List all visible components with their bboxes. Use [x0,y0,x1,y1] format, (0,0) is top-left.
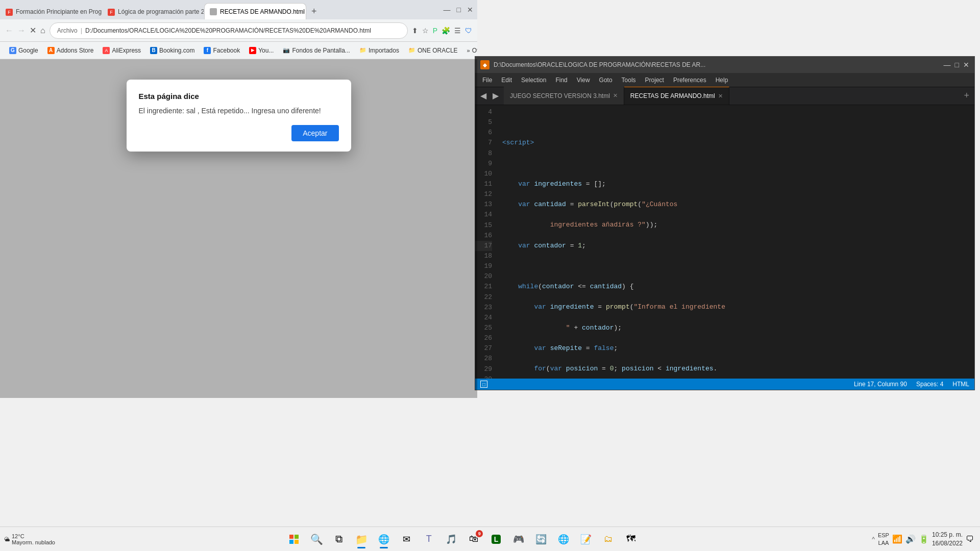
puzzle-icon[interactable]: 🧩 [442,27,450,35]
code-line-12b: " + contador); [502,323,970,333]
clock-time: 10:25 p. m. [932,531,963,539]
browser-minimize-btn[interactable]: — [444,6,451,14]
editor-tab1-close[interactable]: ✕ [613,92,618,99]
task-view-button[interactable]: ⧉ [329,529,349,549]
browser-close-btn[interactable]: ✕ [467,6,473,14]
bookmark-oracle[interactable]: 📁 ONE ORACLE [404,45,462,56]
chrome-button[interactable]: 🌐 [553,529,574,549]
teams-button[interactable]: T [419,529,439,549]
menu-view[interactable]: View [573,75,594,85]
bookmark-booking-label: Booking.com [159,47,194,54]
booking-favicon: B [150,47,157,54]
weather-widget[interactable]: 🌥 12°C Mayorm. nublado [0,533,59,545]
back-button[interactable]: ← [5,26,13,35]
launcher-button[interactable]: L [486,529,506,549]
language-code: ESP [878,532,889,539]
editor-tab-2[interactable]: RECETAS DE ARMANDO.html ✕ [624,87,729,105]
file-explorer-button[interactable]: 📁 [351,529,372,549]
xbox-button[interactable]: 🎮 [508,529,529,549]
volume-icon[interactable]: 🔊 [905,534,916,544]
menu-preferences[interactable]: Preferences [669,75,710,85]
alert-actions: Aceptar [139,125,339,141]
google-favicon: G [9,47,16,54]
notification-icon[interactable]: 🗨 [966,535,974,544]
reload-button[interactable]: ✕ [30,26,36,35]
browser-taskbar-button[interactable]: 🌐 [374,529,394,549]
bookmark-booking[interactable]: B Booking.com [146,45,199,56]
svg-rect-1 [295,535,299,539]
show-hidden-icons[interactable]: ^ [872,536,875,543]
editor-tab2-close[interactable]: ✕ [718,93,723,99]
forward-button[interactable]: → [17,26,26,35]
browser-tab-3[interactable]: RECETAS DE ARMANDO.html ✕ [204,3,306,19]
shield-icon[interactable]: 🛡 [465,27,472,35]
bookmark-aliexpress-label: AliExpress [112,47,141,54]
sync-button[interactable]: 🔄 [531,529,551,549]
menu-goto[interactable]: Goto [595,75,617,85]
browser-tab-1[interactable]: F Formación Principiante en Progr... ✕ [0,3,102,19]
menu-file[interactable]: File [478,75,496,85]
bookmark-facebook[interactable]: f Facebook [200,45,244,56]
media-button[interactable]: 🎵 [441,529,461,549]
new-tab-button[interactable]: + [306,3,322,19]
editor-tab-add[interactable]: + [959,87,974,105]
panel-arrow-right[interactable]: ▶ [489,91,502,101]
bookmark-facebook-label: Facebook [213,47,240,54]
clock-date: 16/08/2022 [932,539,963,548]
status-indicator[interactable]: □ [480,381,487,388]
editor-app-icon: ◆ [480,60,489,69]
menu-project[interactable]: Project [641,75,668,85]
panel-arrow-left[interactable]: ◀ [477,91,489,101]
editor-title-text: D:\Documentos\ORACLE\LOGICA DE PROGRAMAC… [494,61,940,68]
tab3-favicon [210,8,217,15]
menu-find[interactable]: Find [551,75,571,85]
maps-button[interactable]: 🗺 [621,529,641,549]
editor-tab-1[interactable]: JUEGO SECRETO VERSION 3.html ✕ [504,87,624,105]
code-line-12: var ingrediente = prompt("Informa el ing… [502,302,970,312]
alert-message: El ingrediente: sal , Está repetido... I… [139,107,339,115]
bookmark-addons[interactable]: A Addons Store [43,45,98,56]
wifi-icon[interactable]: 📶 [892,534,902,544]
bookmark-star-icon[interactable]: ☆ [422,27,429,35]
editor-minimize-btn[interactable]: — [944,61,951,69]
menu-help[interactable]: Help [712,75,732,85]
store-badge: 9 [476,530,483,537]
bookmark-youtube[interactable]: ▶ You... [245,45,278,56]
store-button[interactable]: 🛍 9 [463,529,484,549]
browser-tab-2[interactable]: F Lógica de programación parte 2... ✕ [102,3,204,19]
editor-status-bar: □ Line 17, Column 90 Spaces: 4 HTML [475,379,974,390]
menu-selection[interactable]: Selection [517,75,550,85]
code-editor-area[interactable]: <script> var ingredientes = []; var cant… [498,105,974,379]
battery-icon[interactable]: 🔋 [919,534,929,544]
stack-button[interactable]: 🗂 [598,529,619,549]
notes-button[interactable]: 📝 [576,529,596,549]
clock-display[interactable]: 10:25 p. m. 16/08/2022 [932,531,963,548]
maps-icon: 🗺 [626,534,635,544]
menu-tools[interactable]: Tools [618,75,640,85]
share-icon[interactable]: ⬆ [412,27,418,35]
url-input[interactable]: Archivo | D:/Documentos/ORACLE/LOGICA%20… [50,22,408,39]
bookmark-aliexpress[interactable]: A AliExpress [99,45,145,56]
bookmark-fondos[interactable]: 📷 Fondos de Pantalla... [279,45,354,56]
editor-close-btn[interactable]: ✕ [963,61,969,69]
search-button[interactable]: 🔍 [306,529,327,549]
language-indicator[interactable]: ESP LAA [878,532,889,546]
youtube-favicon: ▶ [249,47,256,54]
alert-accept-button[interactable]: Aceptar [291,125,338,141]
browser-maximize-btn[interactable]: □ [457,6,461,14]
editor-restore-btn[interactable]: □ [955,61,959,69]
editor-tab1-label: JUEGO SECRETO VERSION 3.html [510,92,610,99]
menu-edit[interactable]: Edit [497,75,516,85]
bookmark-otros[interactable]: » Otros marcadores [463,45,477,56]
profile-icon[interactable]: ☰ [454,27,461,35]
bookmark-importados[interactable]: 📁 Importados [355,45,403,56]
notes-icon: 📝 [580,534,592,545]
svg-rect-2 [289,540,293,544]
extensions-icon[interactable]: P [433,27,437,35]
home-button[interactable]: ⌂ [40,26,45,35]
editor-file-tabs: ◀ ▶ JUEGO SECRETO VERSION 3.html ✕ RECET… [475,87,974,105]
bookmark-google[interactable]: G Google [5,45,42,56]
start-button[interactable] [284,529,304,549]
aliexpress-favicon: A [103,47,110,54]
mail-button[interactable]: ✉ [396,529,416,549]
